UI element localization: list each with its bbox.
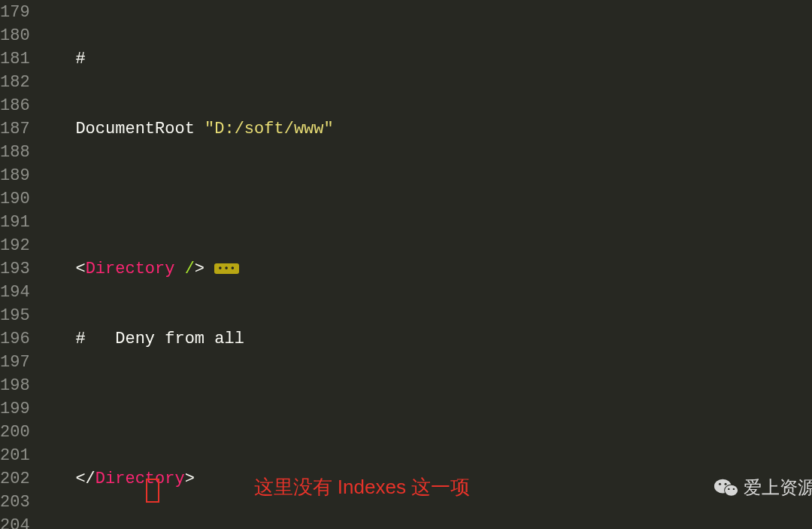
line-number: 190 — [0, 187, 30, 211]
line-number: 192 — [0, 234, 30, 257]
code-area[interactable]: # DocumentRoot "D:/soft/www" <Directory … — [36, 0, 812, 529]
line-number: 181 — [0, 47, 30, 71]
line-number: 193 — [0, 257, 30, 281]
code-line[interactable]: # Deny from all — [36, 327, 812, 351]
svg-point-8 — [732, 488, 734, 489]
line-number: 197 — [0, 351, 30, 374]
line-number: 180 — [0, 24, 30, 47]
line-number: 188 — [0, 141, 30, 164]
line-number: 189 — [0, 164, 30, 187]
code-line[interactable] — [36, 187, 812, 211]
wechat-icon — [714, 476, 739, 499]
code-line[interactable]: DocumentRoot "D:/soft/www" — [36, 117, 812, 141]
svg-point-6 — [724, 482, 726, 485]
svg-point-4 — [725, 485, 738, 495]
line-number: 201 — [0, 444, 30, 467]
line-number: 187 — [0, 117, 30, 141]
line-number: 202 — [0, 467, 30, 491]
line-number: 194 — [0, 281, 30, 304]
line-number: 199 — [0, 397, 30, 421]
code-line[interactable]: <Directory /> ••• — [36, 257, 812, 281]
line-number: 179 — [0, 1, 30, 24]
line-number: 203 — [0, 491, 30, 514]
line-number: 196 — [0, 327, 30, 351]
code-line[interactable]: # — [36, 47, 812, 71]
line-number: 191 — [0, 211, 30, 234]
fold-marker-icon[interactable]: ••• — [214, 263, 239, 274]
annotation-text: 这里没有 Indexes 这一项 — [254, 476, 471, 499]
line-number: 198 — [0, 374, 30, 397]
code-line[interactable] — [36, 397, 812, 421]
line-number: 195 — [0, 304, 30, 327]
line-number: 204 — [0, 514, 30, 529]
code-editor[interactable]: 179 180 181 182 186 187 188 189 190 191 … — [0, 0, 812, 529]
svg-point-5 — [719, 482, 721, 485]
line-number-gutter: 179 180 181 182 186 187 188 189 190 191 … — [0, 0, 36, 529]
watermark: 爱上资源 — [714, 476, 812, 499]
svg-point-7 — [728, 488, 729, 489]
annotation-box — [146, 479, 159, 503]
line-number: 182 — [0, 71, 30, 94]
line-number: 200 — [0, 421, 30, 444]
line-number: 186 — [0, 94, 30, 117]
annotation-arrow-icon — [162, 491, 252, 529]
watermark-text: 爱上资源 — [744, 476, 812, 499]
